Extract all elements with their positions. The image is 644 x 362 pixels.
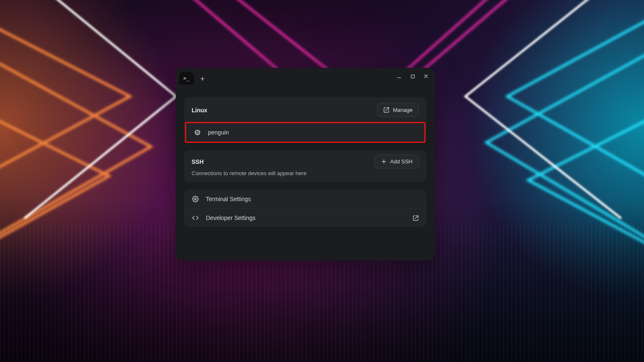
tab-strip: >_ xyxy=(179,68,208,85)
ssh-empty-subtitle: Connections to remote devices will appea… xyxy=(184,170,426,182)
terminal-app-window: >_ Linux Manage xyxy=(176,68,435,261)
developer-settings-row[interactable]: Developer Settings xyxy=(184,208,426,227)
plus-icon xyxy=(200,76,205,82)
linux-container-label: penguin xyxy=(208,129,417,136)
settings-section: Terminal Settings Developer Settings xyxy=(184,190,426,227)
manage-linux-button[interactable]: Manage xyxy=(377,103,419,117)
ssh-section-header: SSH Add SSH xyxy=(184,150,426,170)
manage-button-label: Manage xyxy=(393,107,413,113)
terminal-prompt-icon: >_ xyxy=(183,75,190,81)
window-close-button[interactable] xyxy=(421,71,431,82)
window-maximize-button[interactable] xyxy=(407,71,418,82)
close-icon xyxy=(423,73,429,79)
svg-point-3 xyxy=(195,198,196,200)
window-controls xyxy=(394,71,431,82)
linux-section-title: Linux xyxy=(192,107,207,114)
open-external-icon xyxy=(413,215,419,221)
terminal-settings-label: Terminal Settings xyxy=(206,196,419,202)
linux-icon xyxy=(194,129,201,136)
add-ssh-button-label: Add SSH xyxy=(390,158,413,165)
add-ssh-button[interactable]: Add SSH xyxy=(374,155,419,168)
svg-point-2 xyxy=(197,132,198,133)
window-titlebar[interactable]: >_ xyxy=(176,68,435,85)
terminal-home-content: Linux Manage xyxy=(176,85,435,261)
developer-settings-label: Developer Settings xyxy=(206,215,406,221)
linux-section: Linux Manage xyxy=(184,97,426,143)
svg-rect-0 xyxy=(411,75,414,78)
plus-icon xyxy=(381,158,387,165)
linux-section-header: Linux Manage xyxy=(184,97,426,122)
gear-icon xyxy=(192,196,199,202)
minimize-icon xyxy=(396,73,402,79)
ssh-section-title: SSH xyxy=(192,158,204,165)
linux-container-penguin[interactable]: penguin xyxy=(185,122,426,143)
maximize-icon xyxy=(410,74,415,79)
open-external-icon xyxy=(383,107,390,113)
new-tab-button[interactable] xyxy=(197,73,208,85)
tab-terminal-home[interactable]: >_ xyxy=(179,72,194,85)
code-icon xyxy=(192,215,199,221)
ssh-section: SSH Add SSH Connections to remote device… xyxy=(184,150,426,182)
terminal-settings-row[interactable]: Terminal Settings xyxy=(184,190,426,208)
window-minimize-button[interactable] xyxy=(394,71,405,82)
